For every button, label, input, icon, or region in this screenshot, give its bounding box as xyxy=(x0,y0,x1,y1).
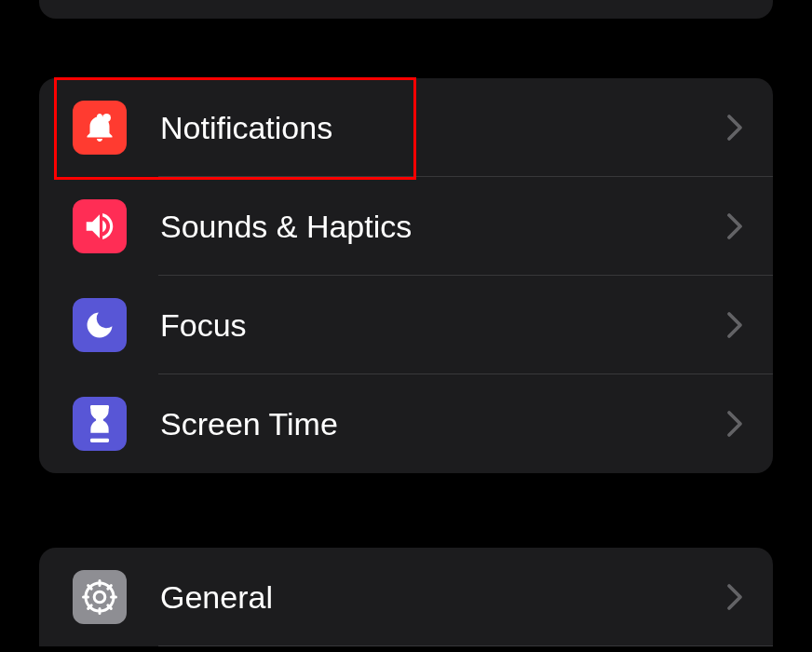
svg-point-4 xyxy=(86,583,114,611)
notifications-icon xyxy=(73,101,127,155)
settings-section-middle: Notifications Sounds & Haptics xyxy=(39,78,773,473)
chevron-right-icon xyxy=(726,114,743,142)
chevron-right-icon xyxy=(726,583,743,611)
svg-rect-1 xyxy=(90,405,109,409)
screen-time-icon xyxy=(73,397,127,451)
focus-icon xyxy=(73,298,127,352)
chevron-right-icon xyxy=(726,410,743,438)
chevron-right-icon xyxy=(726,311,743,339)
general-icon xyxy=(73,570,127,624)
row-notifications[interactable]: Notifications xyxy=(39,78,773,177)
row-general[interactable]: General xyxy=(39,548,773,646)
row-label: Screen Time xyxy=(160,406,726,442)
row-label: Notifications xyxy=(160,110,726,146)
svg-point-0 xyxy=(102,114,111,122)
svg-rect-2 xyxy=(90,439,109,442)
settings-section-top xyxy=(39,0,773,19)
row-label: General xyxy=(160,579,726,616)
settings-section-bottom: General xyxy=(39,548,773,646)
row-label: Sounds & Haptics xyxy=(160,209,726,245)
divider xyxy=(158,645,773,646)
row-focus[interactable]: Focus xyxy=(39,276,773,374)
chevron-right-icon xyxy=(726,212,743,240)
row-sounds-haptics[interactable]: Sounds & Haptics xyxy=(39,177,773,276)
row-label: Focus xyxy=(160,307,726,344)
svg-point-3 xyxy=(94,591,105,603)
row-screen-time[interactable]: Screen Time xyxy=(39,374,773,473)
sounds-icon xyxy=(73,199,127,253)
